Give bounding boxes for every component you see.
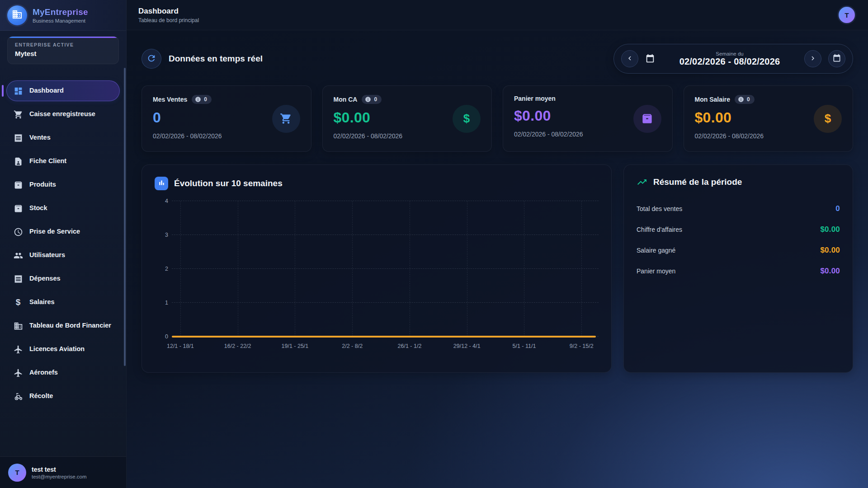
stat-cards-row: Mes Ventes 0 0 02/02/2026 - 08/02/2026 M…: [142, 85, 853, 152]
info-icon: [738, 96, 744, 103]
gridline-v: [180, 201, 181, 337]
toolbar-row: Données en temps réel Semaine du 02/02/2…: [142, 44, 853, 74]
gridline-v: [295, 201, 295, 337]
stat-info-badge[interactable]: 0: [735, 95, 755, 104]
gridline-v: [410, 201, 410, 337]
week-range: 02/02/2026 - 08/02/2026: [679, 56, 780, 67]
next-week-button[interactable]: [804, 50, 821, 67]
evolution-chart-panel: Évolution sur 10 semaines 01234 12/1 - 1…: [142, 164, 612, 373]
stat-label: Mes Ventes: [153, 96, 187, 103]
gridline-v: [238, 201, 238, 337]
gridline-h: [172, 302, 599, 303]
stat-label: Panier moyen: [514, 95, 556, 102]
x-tick-label: 19/1 - 25/1: [282, 343, 309, 349]
user-name: test test: [32, 466, 87, 473]
sidebar-item-depenses[interactable]: Dépenses: [6, 268, 120, 289]
chart-area: 01234 12/1 - 18/116/2 - 22/219/1 - 25/12…: [155, 201, 599, 354]
page-subtitle: Tableau de bord principal: [138, 17, 199, 23]
app-name: MyEntreprise: [33, 7, 88, 17]
sidebar-item-tableau-de-bord-financier[interactable]: Tableau de Bord Financier: [6, 315, 120, 336]
sidebar-item-aeronefs[interactable]: Aéronefs: [6, 362, 120, 383]
chart-plot: 01234: [172, 201, 599, 337]
gridline-v: [352, 201, 353, 337]
gridline-v: [467, 201, 467, 337]
active-company-name: Mytest: [15, 50, 111, 57]
app-subtitle: Business Management: [33, 18, 88, 23]
stat-info-badge[interactable]: 0: [192, 95, 212, 104]
summary-value: $0.00: [820, 246, 840, 255]
period-summary-panel: Résumé de la période Total des ventes 0 …: [623, 164, 853, 373]
sidebar-item-produits[interactable]: Produits: [6, 174, 120, 195]
trending-up-icon: [637, 177, 647, 188]
topbar: Dashboard Tableau de bord principal T: [127, 0, 868, 30]
sidebar-item-recolte[interactable]: Récolte: [6, 386, 120, 407]
summary-label: Total des ventes: [637, 205, 682, 212]
refresh-icon: [146, 53, 156, 65]
x-tick-label: 26/1 - 1/2: [398, 343, 422, 349]
summary-row-chiffre-d-affaires: Chiffre d'affaires $0.00: [637, 219, 840, 240]
sidebar-item-stock[interactable]: Stock: [6, 198, 120, 219]
refresh-button[interactable]: [142, 49, 161, 69]
dollar-icon: $: [13, 297, 23, 307]
gridline-h: [172, 268, 599, 269]
summary-label: Salaire gagné: [637, 247, 675, 254]
receipt-icon: [13, 133, 23, 143]
x-tick-label: 12/1 - 18/1: [167, 343, 194, 349]
active-company-label: ENTREPRISE ACTIVE: [15, 42, 111, 47]
main-area: Dashboard Tableau de bord principal T Do…: [127, 0, 868, 488]
summary-row-total-des-ventes: Total des ventes 0: [637, 198, 840, 219]
gridline-v: [524, 201, 524, 337]
sidebar-item-salaires[interactable]: $ Salaires: [6, 292, 120, 313]
panels-row: Évolution sur 10 semaines 01234 12/1 - 1…: [142, 164, 853, 373]
clock-icon: [13, 227, 23, 237]
summary-row-panier-moyen: Panier moyen $0.00: [637, 261, 840, 282]
sidebar: MyEntreprise Business Management ENTREPR…: [0, 0, 127, 488]
week-selector: Semaine du 02/02/2026 - 08/02/2026: [613, 44, 853, 74]
chart-x-axis: 12/1 - 18/116/2 - 22/219/1 - 25/12/2 - 8…: [172, 341, 599, 354]
dashboard-icon: [13, 86, 23, 96]
sidebar-user[interactable]: T test test test@myentreprise.com: [0, 456, 126, 488]
summary-row-salaire-gagne: Salaire gagné $0.00: [637, 240, 840, 261]
archive-icon: [13, 180, 23, 190]
sidebar-item-licences-aviation[interactable]: Licences Aviation: [6, 339, 120, 360]
realtime-label: Données en temps réel: [169, 54, 263, 64]
page-title: Dashboard: [138, 7, 199, 16]
sidebar-item-caisse-enregistreuse[interactable]: Caisse enregistreuse: [6, 104, 120, 125]
dollar-icon: $: [814, 105, 842, 133]
y-tick-label: 1: [158, 300, 168, 306]
series-line-ventes: [172, 336, 596, 338]
x-tick-label: 2/2 - 8/2: [342, 343, 363, 349]
stat-card-panier-moyen: Panier moyen $0.00 02/02/2026 - 08/02/20…: [503, 85, 673, 152]
plane-icon: [13, 368, 23, 378]
gridline-v: [581, 201, 582, 337]
prev-week-button[interactable]: [621, 50, 638, 67]
app-logo: [7, 5, 27, 25]
sidebar-item-prise-de-service[interactable]: Prise de Service: [6, 221, 120, 242]
app-root: MyEntreprise Business Management ENTREPR…: [0, 0, 868, 488]
summary-label: Chiffre d'affaires: [637, 226, 682, 233]
stat-info-badge[interactable]: 0: [362, 95, 382, 104]
stat-label: Mon CA: [334, 96, 358, 103]
sidebar-item-utilisateurs[interactable]: Utilisateurs: [6, 245, 120, 266]
active-company-card[interactable]: ENTREPRISE ACTIVE Mytest: [7, 36, 119, 64]
people-icon: [13, 250, 23, 260]
x-tick-label: 16/2 - 22/2: [224, 343, 251, 349]
summary-value: $0.00: [820, 267, 840, 276]
cart-icon: [13, 109, 23, 119]
calendar-icon: [645, 54, 655, 64]
tractor-icon: [13, 391, 23, 401]
open-calendar-button[interactable]: [828, 50, 845, 67]
topbar-avatar[interactable]: T: [837, 5, 856, 24]
plane-icon: [13, 344, 23, 354]
sidebar-item-dashboard[interactable]: Dashboard: [6, 80, 120, 101]
sidebar-scrollbar[interactable]: [124, 68, 126, 366]
dashboard-content: Données en temps réel Semaine du 02/02/2…: [127, 30, 868, 488]
y-tick-label: 0: [158, 333, 168, 340]
x-tick-label: 9/2 - 15/2: [570, 343, 594, 349]
summary-value: 0: [835, 204, 840, 213]
sidebar-item-fiche-client[interactable]: Fiche Client: [6, 151, 120, 172]
x-tick-label: 5/1 - 11/1: [513, 343, 536, 349]
sidebar-item-ventes[interactable]: Ventes: [6, 127, 120, 148]
chevron-right-icon: [809, 54, 817, 64]
archive-icon: [13, 203, 23, 213]
